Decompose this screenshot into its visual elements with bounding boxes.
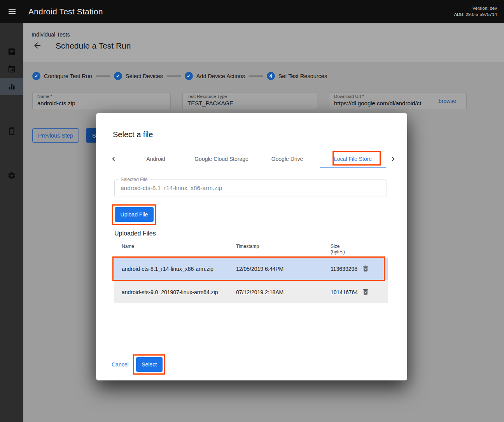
tab-google-cloud-storage[interactable]: Google Cloud Storage bbox=[189, 150, 254, 168]
chevron-right-icon[interactable] bbox=[387, 150, 399, 168]
upload-file-button[interactable]: Upload File bbox=[115, 207, 154, 222]
tab-local-file-store[interactable]: Local File Store bbox=[320, 150, 386, 168]
calendar-icon bbox=[7, 65, 16, 73]
step-configure-test-run[interactable]: ✓ Configure Test Run bbox=[32, 72, 92, 80]
stepper-connector bbox=[166, 75, 181, 77]
bar-chart-icon bbox=[7, 82, 16, 91]
select-button[interactable]: Select bbox=[136, 357, 163, 372]
file-name: android-cts-8.1_r14-linux_x86-arm.zip bbox=[122, 266, 236, 272]
page-header: Individual Tests Schedule a Test Run bbox=[23, 23, 504, 62]
sidebar-item-test-results[interactable] bbox=[0, 78, 23, 95]
test-resource-form: Name * android-cts.zip Test Resource Typ… bbox=[32, 92, 467, 110]
sidebar-item-devices[interactable] bbox=[0, 122, 23, 140]
selected-file-value: android-cts-8.1_r14-linux_x86-arm.zip bbox=[121, 185, 222, 192]
column-header-size-line2: (bytes) bbox=[331, 249, 361, 255]
uploaded-files-heading: Uploaded Files bbox=[114, 230, 156, 237]
gear-icon bbox=[7, 171, 16, 180]
table-header-row: Name Timestamp Size (bytes) bbox=[114, 241, 388, 258]
tab-android[interactable]: Android bbox=[123, 150, 189, 168]
file-size: 113639298 bbox=[331, 266, 361, 272]
download-url-value: https://dl.google.com/dl/android/ct bbox=[334, 100, 431, 106]
sidebar bbox=[0, 23, 23, 422]
resource-type-value: TEST_PACKAGE bbox=[187, 100, 312, 106]
step-label: Add Device Actions bbox=[196, 73, 245, 79]
file-timestamp: 07/12/2019 2:18AM bbox=[236, 289, 331, 295]
check-glyph: ✓ bbox=[116, 73, 120, 79]
select-file-dialog: Select a file Android Google Cloud Stora… bbox=[96, 113, 407, 380]
chevron-left-icon[interactable] bbox=[104, 150, 123, 168]
step-complete-check-icon: ✓ bbox=[185, 72, 193, 80]
stepper: ✓ Configure Test Run ✓ Select Devices ✓ … bbox=[32, 72, 327, 80]
trash-icon[interactable] bbox=[361, 265, 370, 273]
version-text: Version: dev bbox=[454, 5, 497, 11]
step-complete-check-icon: ✓ bbox=[114, 72, 122, 80]
step-label: Configure Test Run bbox=[44, 73, 92, 79]
column-header-name: Name bbox=[122, 244, 236, 258]
column-header-size: Size (bytes) bbox=[331, 244, 361, 258]
smartphone-icon bbox=[7, 127, 16, 136]
previous-step-button[interactable]: Previous Step bbox=[32, 128, 79, 143]
column-header-size-line1: Size bbox=[331, 244, 361, 249]
app-title: Android Test Station bbox=[28, 7, 103, 16]
page-title: Schedule a Test Run bbox=[56, 41, 131, 51]
adb-version-text: ADB: 29.0.5-5975714 bbox=[454, 11, 497, 17]
step-label: Set Test Resources bbox=[278, 73, 327, 79]
sidebar-item-test-plans[interactable] bbox=[0, 60, 23, 78]
resource-name-value: android-cts.zip bbox=[37, 100, 166, 106]
hamburger-menu-icon[interactable] bbox=[7, 7, 17, 16]
download-url-field[interactable]: Download Url * https://dl.google.com/dl/… bbox=[329, 92, 467, 110]
resource-type-field[interactable]: Test Resource Type TEST_PACKAGE bbox=[182, 92, 317, 110]
step-complete-check-icon: ✓ bbox=[32, 72, 40, 80]
breadcrumb: Individual Tests bbox=[32, 31, 70, 38]
stepper-connector bbox=[248, 75, 263, 77]
uploaded-files-table: Name Timestamp Size (bytes) android-cts-… bbox=[114, 241, 388, 305]
app-bar: Android Test Station Version: dev ADB: 2… bbox=[0, 0, 504, 23]
tab-google-drive[interactable]: Google Drive bbox=[254, 150, 320, 168]
selected-file-field[interactable]: Selected File android-cts-8.1_r14-linux_… bbox=[114, 180, 387, 197]
sidebar-item-settings[interactable] bbox=[0, 167, 23, 184]
file-timestamp: 12/05/2019 6:44PM bbox=[236, 266, 331, 272]
sidebar-item-tests[interactable] bbox=[0, 43, 23, 60]
resource-name-field[interactable]: Name * android-cts.zip bbox=[32, 92, 171, 110]
clipboard-icon bbox=[7, 47, 16, 56]
cancel-button[interactable]: Cancel bbox=[112, 361, 129, 368]
file-row-sts[interactable]: android-sts-9.0_201907-linux-arm64.zip 0… bbox=[114, 281, 388, 303]
stepper-connector bbox=[96, 75, 110, 77]
step-label: Select Devices bbox=[126, 73, 163, 79]
browse-link[interactable]: browse bbox=[439, 98, 456, 104]
step-number-badge: 4 bbox=[267, 72, 275, 80]
step-select-devices[interactable]: ✓ Select Devices bbox=[114, 72, 163, 80]
step-number: 4 bbox=[270, 73, 272, 79]
dialog-tab-bar: Android Google Cloud Storage Google Driv… bbox=[104, 150, 386, 168]
step-add-device-actions[interactable]: ✓ Add Device Actions bbox=[185, 72, 245, 80]
resource-type-label: Test Resource Type bbox=[187, 94, 312, 99]
back-arrow-icon[interactable] bbox=[33, 41, 43, 51]
selected-file-label: Selected File bbox=[119, 177, 149, 182]
resource-name-label: Name * bbox=[37, 94, 166, 99]
dialog-title: Select a file bbox=[113, 130, 153, 139]
check-glyph: ✓ bbox=[187, 73, 191, 79]
trash-icon[interactable] bbox=[361, 288, 370, 296]
check-glyph: ✓ bbox=[34, 73, 38, 79]
dialog-actions: Cancel Select bbox=[112, 357, 163, 372]
step-set-test-resources[interactable]: 4 Set Test Resources bbox=[267, 72, 327, 80]
column-header-timestamp: Timestamp bbox=[236, 244, 331, 258]
file-size: 101416764 bbox=[331, 289, 361, 295]
file-name: android-sts-9.0_201907-linux-arm64.zip bbox=[122, 289, 236, 295]
version-info: Version: dev ADB: 29.0.5-5975714 bbox=[454, 5, 497, 17]
file-row-cts[interactable]: android-cts-8.1_r14-linux_x86-arm.zip 12… bbox=[114, 258, 388, 280]
